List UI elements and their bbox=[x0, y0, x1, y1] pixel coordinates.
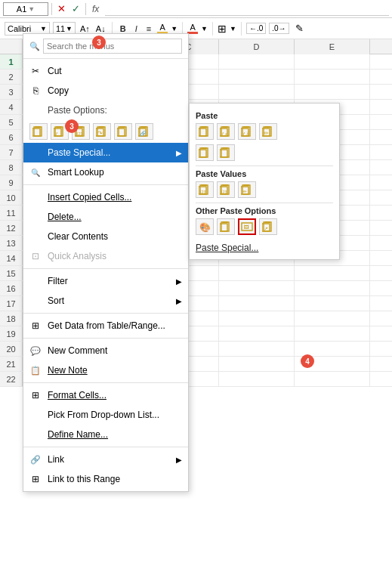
sub-other-btn-1[interactable]: 🎨 bbox=[196, 218, 214, 235]
row-header-14[interactable]: 14 bbox=[0, 251, 23, 265]
select-all-corner[interactable] bbox=[0, 39, 23, 54]
cell-d17[interactable] bbox=[219, 296, 295, 311]
cell-e3[interactable] bbox=[295, 85, 370, 100]
row-header-12[interactable]: 12 bbox=[0, 221, 23, 235]
row-header-9[interactable]: 9 bbox=[0, 175, 23, 190]
row-header-19[interactable]: 19 bbox=[0, 326, 23, 341]
highlight-color-button[interactable]: A bbox=[157, 23, 168, 34]
context-menu-item-delete[interactable]: Delete... bbox=[23, 207, 188, 227]
formula-input[interactable] bbox=[105, 2, 389, 16]
context-menu-item-cut[interactable]: ✂ Cut bbox=[23, 61, 188, 81]
context-menu-item-link[interactable]: 🔗 Link ▶ bbox=[23, 450, 188, 469]
sub-values-btn-3[interactable]: ✏ bbox=[238, 181, 256, 198]
sub-paste-btn-6[interactable] bbox=[217, 144, 235, 161]
row-header-7[interactable]: 7 bbox=[0, 145, 23, 159]
row-header-2[interactable]: 2 bbox=[0, 70, 23, 84]
svg-text:f: f bbox=[222, 131, 224, 136]
decrease-font-icon[interactable]: A↓ bbox=[94, 23, 107, 34]
increase-decimal-button[interactable]: .0→ bbox=[269, 23, 289, 34]
row-header-22[interactable]: 22 bbox=[0, 372, 23, 386]
clear-format-button[interactable]: ✎ bbox=[295, 23, 304, 34]
sub-values-btn-1[interactable]: 123 bbox=[196, 181, 214, 198]
cell-d15[interactable] bbox=[219, 266, 295, 281]
row-header-4[interactable]: 4 bbox=[0, 100, 23, 114]
paste-icon-1[interactable] bbox=[29, 123, 48, 140]
context-menu-item-get-data[interactable]: ⊞ Get Data from Table/Range... bbox=[23, 316, 188, 336]
sub-paste-btn-3[interactable]: fx̄ bbox=[238, 123, 256, 140]
column-header-d[interactable]: D bbox=[219, 39, 295, 54]
context-menu-item-pick-dropdown[interactable]: Pick From Drop-down List... bbox=[23, 405, 188, 425]
cell-e1[interactable] bbox=[295, 54, 370, 70]
cell-e2[interactable] bbox=[295, 70, 370, 85]
context-menu-item-define-name[interactable]: Define Name... bbox=[23, 425, 188, 444]
format-cells-label: Format Cells... bbox=[48, 390, 182, 400]
copy-label: Copy bbox=[48, 85, 182, 96]
context-menu-item-filter[interactable]: Filter ▶ bbox=[23, 271, 188, 291]
cell-d19[interactable] bbox=[219, 326, 295, 342]
row-header-18[interactable]: 18 bbox=[0, 311, 23, 326]
highlight-color-dropdown[interactable]: ▼ bbox=[171, 25, 177, 32]
row-header-1[interactable]: 1 bbox=[0, 54, 23, 69]
paste-icon-5[interactable] bbox=[114, 123, 132, 140]
font-color-dropdown[interactable]: ▼ bbox=[201, 25, 208, 32]
paste-special-link[interactable]: Paste Special... bbox=[196, 241, 258, 255]
row-header-21[interactable]: 21 bbox=[0, 357, 23, 371]
row-header-16[interactable]: 16 bbox=[0, 281, 23, 295]
row-header-3[interactable]: 3 bbox=[0, 85, 23, 99]
sub-other-btn-3[interactable]: 🖼 bbox=[238, 218, 256, 235]
cell-d16[interactable] bbox=[219, 281, 295, 296]
context-menu-item-clear[interactable]: Clear Contents bbox=[23, 227, 188, 246]
sub-paste-btn-5[interactable] bbox=[196, 144, 214, 161]
paste-icon-4[interactable]: ↷ bbox=[93, 123, 111, 140]
sub-other-btn-2[interactable] bbox=[217, 218, 235, 235]
cell-reference-box[interactable]: A1 ▼ bbox=[3, 2, 48, 16]
row-header-13[interactable]: 13 bbox=[0, 236, 23, 250]
sub-values-btn-2[interactable]: 123 bbox=[217, 181, 235, 198]
cell-e17[interactable] bbox=[295, 296, 370, 311]
row-header-10[interactable]: 10 bbox=[0, 190, 23, 205]
sub-paste-btn-2[interactable]: fx bbox=[217, 123, 235, 140]
context-menu-item-new-comment[interactable]: 💬 New Comment bbox=[23, 341, 188, 360]
context-menu-item-insert-copied[interactable]: Insert Copied Cells... bbox=[23, 187, 188, 207]
row-header-8[interactable]: 8 bbox=[0, 160, 23, 175]
row-header-5[interactable]: 5 bbox=[0, 115, 23, 129]
context-menu-item-smart-lookup[interactable]: 🔍 Smart Lookup bbox=[23, 162, 188, 182]
context-menu-item-new-note[interactable]: 📋 New Note bbox=[23, 360, 188, 380]
decrease-decimal-button[interactable]: ←.0 bbox=[246, 23, 266, 34]
cell-d21[interactable] bbox=[219, 357, 295, 372]
paste-icon-6[interactable]: 🔗 bbox=[135, 123, 153, 140]
column-header-e[interactable]: E bbox=[295, 39, 370, 54]
context-menu-search-input[interactable] bbox=[43, 39, 182, 54]
cell-e18[interactable] bbox=[295, 311, 370, 326]
row-header-15[interactable]: 15 bbox=[0, 266, 23, 280]
cell-e22[interactable] bbox=[295, 372, 370, 387]
context-menu-item-sort[interactable]: Sort ▶ bbox=[23, 291, 188, 311]
row-header-6[interactable]: 6 bbox=[0, 130, 23, 144]
row-header-11[interactable]: 11 bbox=[0, 206, 23, 220]
context-menu-item-copy[interactable]: ⎘ Copy bbox=[23, 81, 188, 101]
context-menu-item-paste-special[interactable]: Paste Special... ▶ bbox=[23, 143, 188, 162]
sub-paste-btn-4[interactable]: ✏ bbox=[259, 123, 277, 140]
cell-ref-dropdown-icon[interactable]: ▼ bbox=[28, 5, 35, 13]
sub-paste-btn-1[interactable] bbox=[196, 123, 214, 140]
confirm-formula-icon[interactable]: ✓ bbox=[69, 2, 82, 15]
border-dropdown[interactable]: ▼ bbox=[230, 25, 236, 32]
context-menu-item-format-cells[interactable]: ⊞ Format Cells... bbox=[23, 385, 188, 405]
increase-font-icon[interactable]: A↑ bbox=[79, 23, 91, 34]
cell-e15[interactable] bbox=[295, 266, 370, 281]
cell-d20[interactable] bbox=[219, 342, 295, 357]
context-menu-item-link-to-range[interactable]: ⊞ Link to this Range bbox=[23, 469, 188, 489]
sub-other-btn-4[interactable]: ↗ bbox=[259, 218, 277, 235]
row-header-20[interactable]: 20 bbox=[0, 342, 23, 356]
border-button[interactable]: ⊞ bbox=[218, 23, 227, 35]
cell-e16[interactable] bbox=[295, 281, 370, 296]
cancel-formula-icon[interactable]: ✕ bbox=[55, 2, 68, 15]
cell-d2[interactable] bbox=[219, 70, 295, 85]
cell-d18[interactable] bbox=[219, 311, 295, 326]
cell-d3[interactable] bbox=[219, 85, 295, 100]
cell-d22[interactable] bbox=[219, 372, 295, 387]
font-color-button[interactable]: A bbox=[187, 23, 198, 34]
cell-e19[interactable] bbox=[295, 326, 370, 342]
row-header-17[interactable]: 17 bbox=[0, 296, 23, 311]
cell-d1[interactable] bbox=[219, 54, 295, 70]
